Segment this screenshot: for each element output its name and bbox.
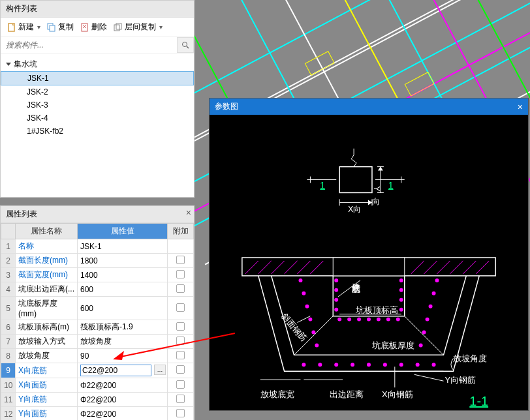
row-number[interactable]: 4 bbox=[1, 282, 16, 297]
prop-value[interactable]: Φ22@200 bbox=[78, 378, 168, 393]
table-row[interactable]: 9X向底筋… bbox=[1, 363, 194, 378]
more-button[interactable]: … bbox=[154, 365, 166, 375]
prop-value[interactable]: 放坡角度 bbox=[78, 335, 168, 349]
svg-point-80 bbox=[426, 318, 429, 322]
row-number[interactable]: 1 bbox=[1, 239, 16, 254]
copy-icon bbox=[47, 23, 56, 32]
checkbox[interactable] bbox=[176, 256, 185, 264]
tree-item-jsk4[interactable]: JSK-4 bbox=[1, 112, 194, 125]
delete-label: 删除 bbox=[91, 22, 107, 33]
new-button[interactable]: 新建 ▾ bbox=[5, 20, 43, 34]
value-input[interactable] bbox=[80, 365, 151, 376]
prop-value[interactable]: Φ22@200 bbox=[78, 393, 168, 407]
search-button[interactable] bbox=[177, 37, 194, 53]
prop-value[interactable]: JSK-1 bbox=[78, 239, 168, 254]
search-icon bbox=[181, 41, 189, 49]
row-header-blank bbox=[1, 224, 16, 239]
param-titlebar[interactable]: 参数图 × bbox=[210, 98, 528, 115]
col-extra[interactable]: 附加 bbox=[168, 224, 194, 239]
table-row[interactable]: 2截面长度(mm)1800 bbox=[1, 254, 194, 268]
prop-value[interactable]: 1800 bbox=[78, 254, 168, 268]
prop-value[interactable]: … bbox=[78, 363, 168, 378]
prop-checkbox-cell bbox=[168, 407, 194, 421]
svg-rect-20 bbox=[50, 25, 55, 31]
row-number[interactable]: 6 bbox=[1, 320, 16, 335]
slope-width-label: 放坡底宽 bbox=[260, 389, 294, 399]
table-row[interactable]: 7放坡输入方式放坡角度 bbox=[1, 335, 194, 349]
x-rebar-label: X向钢筋 bbox=[382, 389, 413, 399]
tree-item-jsk3[interactable]: JSK-3 bbox=[1, 98, 194, 112]
table-row[interactable]: 5坑底板厚度(mm)600 bbox=[1, 297, 194, 320]
close-icon[interactable]: × bbox=[186, 207, 191, 218]
prop-value[interactable]: 600 bbox=[78, 297, 168, 320]
svg-point-57 bbox=[334, 288, 338, 292]
prop-name: 坑底出边距离(... bbox=[16, 282, 78, 297]
section-label[interactable]: 1-1 bbox=[469, 394, 488, 408]
row-number[interactable]: 5 bbox=[1, 297, 16, 320]
tree-root[interactable]: 集水坑 bbox=[1, 57, 194, 71]
svg-point-66 bbox=[357, 318, 361, 322]
svg-point-70 bbox=[396, 318, 400, 322]
svg-point-83 bbox=[302, 363, 305, 367]
row-number[interactable]: 2 bbox=[1, 254, 16, 268]
svg-point-78 bbox=[432, 292, 436, 295]
prop-checkbox-cell bbox=[168, 297, 194, 320]
checkbox[interactable] bbox=[176, 270, 185, 278]
table-row[interactable]: 11Y向底筋Φ22@200 bbox=[1, 393, 194, 407]
plan-label-1-right[interactable]: 1 bbox=[388, 180, 394, 190]
table-row[interactable]: 12Y向面筋Φ22@200 bbox=[1, 407, 194, 421]
prop-value[interactable]: Φ22@200 bbox=[78, 407, 168, 421]
param-close-icon[interactable]: × bbox=[518, 102, 523, 112]
svg-point-89 bbox=[399, 363, 403, 367]
layer-copy-label: 层间复制 bbox=[125, 22, 156, 33]
prop-name: Y向底筋 bbox=[16, 393, 78, 407]
checkbox[interactable] bbox=[176, 409, 185, 417]
checkbox[interactable] bbox=[176, 337, 185, 345]
copy-button[interactable]: 复制 bbox=[44, 20, 76, 34]
svg-point-85 bbox=[334, 363, 338, 367]
property-panel-title: 属性列表 × bbox=[1, 206, 194, 223]
param-window: 参数图 × 1 1 X向 bbox=[209, 98, 529, 411]
checkbox[interactable] bbox=[176, 351, 185, 359]
svg-point-88 bbox=[383, 363, 387, 367]
table-row[interactable]: 4坑底出边距离(...600 bbox=[1, 282, 194, 297]
row-number[interactable]: 11 bbox=[1, 393, 16, 407]
table-row[interactable]: 8放坡角度90 bbox=[1, 349, 194, 363]
row-number[interactable]: 3 bbox=[1, 268, 16, 282]
prop-name: X向面筋 bbox=[16, 378, 78, 393]
svg-rect-24 bbox=[114, 25, 119, 31]
layer-copy-button[interactable]: 层间复制 ▾ bbox=[111, 20, 165, 34]
param-diagram-content: 1 1 X向 Y向 bbox=[210, 115, 528, 410]
checkbox[interactable] bbox=[176, 303, 185, 312]
checkbox[interactable] bbox=[176, 395, 185, 403]
checkbox[interactable] bbox=[176, 322, 185, 331]
row-number[interactable]: 10 bbox=[1, 378, 16, 393]
checkbox[interactable] bbox=[176, 365, 185, 374]
prop-value[interactable]: 1400 bbox=[78, 268, 168, 282]
svg-point-74 bbox=[308, 318, 312, 322]
prop-name: 坑板顶标高(m) bbox=[16, 320, 78, 335]
prop-value[interactable]: 600 bbox=[78, 282, 168, 297]
table-row[interactable]: 10X向面筋Φ22@200 bbox=[1, 378, 194, 393]
tree-item-jsk2[interactable]: JSK-2 bbox=[1, 85, 194, 98]
delete-button[interactable]: 删除 bbox=[78, 20, 110, 34]
col-value[interactable]: 属性值 bbox=[78, 224, 168, 239]
tree-item-jsk1[interactable]: JSK-1 bbox=[1, 71, 194, 85]
prop-value[interactable]: 筏板顶标高-1.9 bbox=[78, 320, 168, 335]
prop-value[interactable]: 90 bbox=[78, 349, 168, 363]
row-number[interactable]: 9 bbox=[1, 363, 16, 378]
prop-checkbox-cell bbox=[168, 268, 194, 282]
table-row[interactable]: 6坑板顶标高(m)筏板顶标高-1.9 bbox=[1, 320, 194, 335]
new-icon bbox=[7, 23, 16, 32]
checkbox[interactable] bbox=[176, 284, 185, 293]
plan-label-1-left[interactable]: 1 bbox=[320, 180, 325, 190]
row-number[interactable]: 8 bbox=[1, 349, 16, 363]
row-number[interactable]: 12 bbox=[1, 407, 16, 421]
table-row[interactable]: 1名称JSK-1 bbox=[1, 239, 194, 254]
table-row[interactable]: 3截面宽度(mm)1400 bbox=[1, 268, 194, 282]
col-name[interactable]: 属性名称 bbox=[16, 224, 78, 239]
row-number[interactable]: 7 bbox=[1, 335, 16, 349]
checkbox[interactable] bbox=[176, 380, 185, 389]
search-input[interactable] bbox=[1, 37, 177, 53]
tree-item-jskfb2[interactable]: 1#JSK-fb2 bbox=[1, 125, 194, 138]
